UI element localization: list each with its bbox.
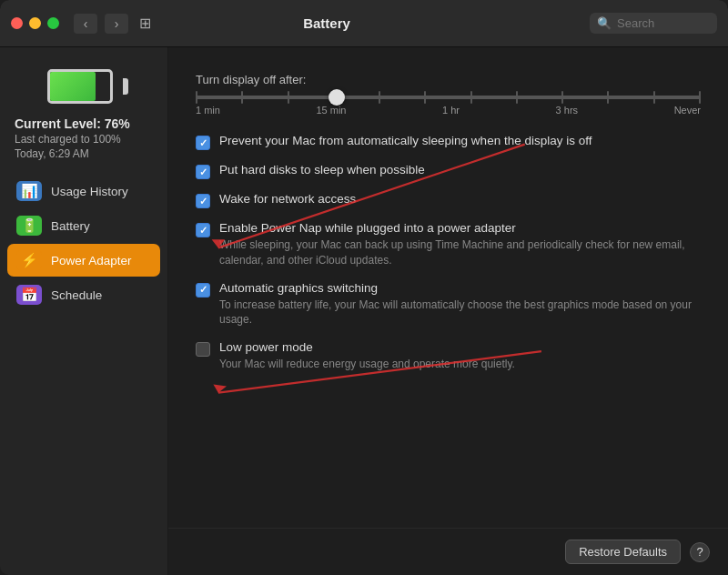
low-power-checkbox[interactable]: ✓ <box>196 342 210 357</box>
hard-disk-checkbox[interactable]: ✓ <box>196 165 210 179</box>
checkmark-icon: ✓ <box>199 285 207 295</box>
display-sleep-slider-section: Turn display off after: <box>196 73 701 116</box>
content-area: Turn display off after: <box>168 47 728 575</box>
power-nap-checkbox-wrap[interactable]: ✓ <box>196 223 210 237</box>
prevent-sleep-checkbox[interactable]: ✓ <box>196 136 210 150</box>
restore-defaults-button[interactable]: Restore Defaults <box>565 540 681 564</box>
slider-thumb[interactable] <box>329 89 345 106</box>
hard-disk-content: Put hard disks to sleep when possible <box>219 163 425 179</box>
low-power-title: Low power mode <box>219 340 515 354</box>
battery-level-text: Current Level: 76% <box>15 116 153 131</box>
search-icon: 🔍 <box>597 16 612 30</box>
tick-8 <box>516 91 518 104</box>
battery-fill <box>50 72 96 101</box>
battery-time-text: Today, 6:29 AM <box>15 147 153 160</box>
battery-icon <box>47 69 120 106</box>
sidebar-item-schedule[interactable]: 📅 Schedule <box>7 278 160 311</box>
tick-12 <box>699 91 701 104</box>
auto-graphics-desc: To increase battery life, your Mac will … <box>219 298 701 328</box>
option-low-power: ✓ Low power mode Your Mac will reduce en… <box>196 340 701 372</box>
wake-network-checkbox-wrap[interactable]: ✓ <box>196 194 210 208</box>
fullscreen-button[interactable] <box>47 17 59 29</box>
schedule-icon: 📅 <box>16 285 42 305</box>
slider-labels: 1 min 15 min 1 hr 3 hrs Never <box>196 105 701 116</box>
checkmark-icon: ✓ <box>199 226 207 236</box>
sidebar-item-battery-label: Battery <box>51 219 90 233</box>
low-power-desc: Your Mac will reduce energy usage and op… <box>219 357 515 372</box>
traffic-lights <box>11 17 59 29</box>
help-button[interactable]: ? <box>690 542 710 562</box>
slider-label-never: Never <box>674 105 701 116</box>
tick-10 <box>607 91 609 104</box>
tick-9 <box>561 91 563 104</box>
search-input[interactable] <box>617 16 710 30</box>
auto-graphics-content: Automatic graphics switching To increase… <box>219 281 701 328</box>
sidebar-item-usage-history-label: Usage History <box>51 185 128 198</box>
search-box[interactable]: 🔍 <box>590 13 717 34</box>
option-hard-disk-sleep: ✓ Put hard disks to sleep when possible <box>196 163 701 179</box>
forward-button[interactable]: › <box>105 14 128 34</box>
battery-status: Current Level: 76% Last charged to 100% … <box>0 116 167 175</box>
power-adapter-icon: ⚡ <box>16 250 42 270</box>
battery-icon-wrap <box>47 69 120 106</box>
power-nap-title: Enable Power Nap while plugged into a po… <box>219 221 701 235</box>
low-power-checkbox-wrap[interactable]: ✓ <box>196 342 210 357</box>
tick-2 <box>241 91 243 104</box>
minimize-button[interactable] <box>29 17 41 29</box>
tick-5 <box>379 91 380 104</box>
back-button[interactable]: ‹ <box>74 14 97 34</box>
wake-network-content: Wake for network access <box>219 192 356 208</box>
slider-label-3hrs: 3 hrs <box>556 105 578 116</box>
sidebar-nav: 📊 Usage History 🔋 Battery ⚡ Power Adapte… <box>0 175 167 313</box>
slider-label-1min: 1 min <box>196 105 220 116</box>
option-prevent-sleep: ✓ Prevent your Mac from automatically sl… <box>196 134 701 150</box>
tick-11 <box>653 91 655 104</box>
battery-tip <box>123 78 128 95</box>
slider-label: Turn display off after: <box>196 73 701 86</box>
titlebar: ‹ › ⊞ Battery 🔍 <box>0 0 728 47</box>
hard-disk-title: Put hard disks to sleep when possible <box>219 163 425 177</box>
auto-graphics-checkbox[interactable]: ✓ <box>196 283 210 298</box>
prevent-sleep-content: Prevent your Mac from automatically slee… <box>219 134 592 150</box>
bottom-bar: Restore Defaults ? <box>168 528 728 575</box>
grid-icon[interactable]: ⊞ <box>139 15 151 32</box>
tick-1 <box>196 91 197 104</box>
slider-track[interactable] <box>196 96 701 99</box>
main-layout: Current Level: 76% Last charged to 100% … <box>0 47 728 575</box>
slider-track-wrap <box>196 96 701 99</box>
wake-network-checkbox[interactable]: ✓ <box>196 194 210 208</box>
auto-graphics-title: Automatic graphics switching <box>219 281 701 295</box>
battery-charged-text: Last charged to 100% <box>15 133 153 146</box>
sidebar-item-schedule-label: Schedule <box>51 288 102 302</box>
hard-disk-checkbox-wrap[interactable]: ✓ <box>196 165 210 179</box>
option-auto-graphics: ✓ Automatic graphics switching To increa… <box>196 281 701 328</box>
option-wake-network: ✓ Wake for network access <box>196 192 701 208</box>
power-nap-content: Enable Power Nap while plugged into a po… <box>219 221 701 268</box>
tick-6 <box>424 91 426 104</box>
low-power-content: Low power mode Your Mac will reduce ener… <box>219 340 515 372</box>
sidebar-item-battery[interactable]: 🔋 Battery <box>7 209 160 242</box>
auto-graphics-checkbox-wrap[interactable]: ✓ <box>196 283 210 298</box>
slider-label-1hr: 1 hr <box>442 105 460 116</box>
window-title: Battery <box>162 15 491 31</box>
checkmark-icon: ✓ <box>199 167 207 177</box>
sidebar: Current Level: 76% Last charged to 100% … <box>0 47 168 575</box>
battery-nav-icon: 🔋 <box>16 216 42 236</box>
usage-history-icon: 📊 <box>16 181 42 201</box>
power-nap-desc: While sleeping, your Mac can back up usi… <box>219 237 701 268</box>
sidebar-item-power-adapter[interactable]: ⚡ Power Adapter <box>7 244 160 277</box>
tick-3 <box>288 91 289 104</box>
checkmark-icon: ✓ <box>199 197 207 207</box>
checkmark-icon: ✓ <box>199 138 207 148</box>
prevent-sleep-title: Prevent your Mac from automatically slee… <box>219 134 592 147</box>
prevent-sleep-checkbox-wrap[interactable]: ✓ <box>196 136 210 150</box>
tick-7 <box>470 91 472 104</box>
slider-label-15min: 15 min <box>316 105 346 116</box>
wake-network-title: Wake for network access <box>219 192 356 206</box>
sidebar-item-power-adapter-label: Power Adapter <box>51 254 132 267</box>
sidebar-item-usage-history[interactable]: 📊 Usage History <box>7 175 160 207</box>
slider-ticks <box>196 91 701 104</box>
power-nap-checkbox[interactable]: ✓ <box>196 223 210 237</box>
close-button[interactable] <box>11 17 23 29</box>
option-power-nap: ✓ Enable Power Nap while plugged into a … <box>196 221 701 268</box>
